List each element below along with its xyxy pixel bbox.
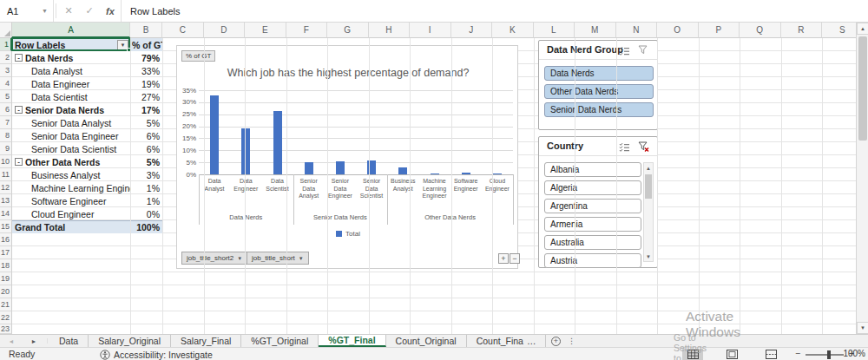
- pivot-row-value[interactable]: 33%: [130, 64, 162, 77]
- slicer-scroll-thumb[interactable]: [645, 174, 652, 199]
- chart-bar[interactable]: [493, 173, 502, 174]
- enter-icon[interactable]: ✓: [79, 0, 100, 22]
- pivot-row-label[interactable]: -Data Nerds: [12, 51, 130, 64]
- pivot-row-label[interactable]: Senior Data Scientist: [12, 142, 130, 155]
- tab-scroll-left-icon[interactable]: ◄: [0, 335, 23, 347]
- row-header-17[interactable]: 17: [0, 246, 12, 259]
- pivot-row-label[interactable]: Software Engineer: [12, 194, 130, 207]
- tab-scroll-right-icon[interactable]: ►: [23, 335, 45, 347]
- axis-field-button-1[interactable]: job_title_short2▼: [181, 252, 247, 265]
- pivot-row-label[interactable]: Grand Total: [12, 220, 130, 233]
- insert-function-icon[interactable]: fx: [100, 0, 121, 22]
- row-header-21[interactable]: 21: [0, 298, 12, 311]
- column-header-R[interactable]: R: [781, 23, 823, 38]
- slicer-item[interactable]: Algeria: [544, 180, 641, 195]
- expand-chart-button[interactable]: +: [498, 253, 509, 264]
- pivot-row-value[interactable]: 0%: [130, 207, 162, 220]
- clear-filter-icon[interactable]: [636, 44, 650, 56]
- chart-bar[interactable]: [273, 111, 282, 174]
- collapse-chart-button[interactable]: −: [510, 253, 520, 264]
- zoom-slider-handle[interactable]: [827, 350, 831, 359]
- collapse-icon[interactable]: -: [15, 106, 23, 114]
- pivot-chart[interactable]: % of GT Which job has the highest percen…: [176, 45, 518, 269]
- sheet-tab-%gt_original[interactable]: %GT_Original: [241, 335, 319, 347]
- row-header-23[interactable]: 23: [0, 324, 12, 334]
- formula-input[interactable]: Row Labels: [121, 0, 868, 22]
- pivot-header-label[interactable]: Row Labels: [12, 38, 130, 51]
- pivot-row-label[interactable]: Business Analyst: [12, 168, 130, 181]
- chart-bar[interactable]: [431, 173, 439, 174]
- slicer-item[interactable]: Data Nerds: [544, 66, 654, 81]
- select-all-corner[interactable]: [0, 23, 12, 38]
- row-header-2[interactable]: 2: [0, 51, 12, 64]
- sheet-tab-count_fina[interactable]: Count_Fina…: [467, 335, 547, 347]
- row-header-13[interactable]: 13: [0, 194, 12, 207]
- accessibility-button[interactable]: Accessibility: Investigate: [100, 348, 213, 360]
- sheet-tab-salary_final[interactable]: Salary_Final: [171, 335, 241, 347]
- slicer-item[interactable]: Austria: [544, 253, 641, 268]
- row-header-15[interactable]: 15: [0, 220, 12, 233]
- name-box-dropdown-icon[interactable]: ▼: [42, 8, 48, 14]
- column-header-E[interactable]: E: [245, 23, 286, 38]
- column-header-G[interactable]: G: [327, 23, 369, 38]
- chart-bar[interactable]: [305, 162, 313, 174]
- pivot-row-value[interactable]: 5%: [130, 155, 162, 168]
- page-break-view-button[interactable]: [760, 349, 781, 360]
- row-header-5[interactable]: 5: [0, 90, 12, 103]
- page-layout-view-button[interactable]: [721, 349, 742, 360]
- slicer-item[interactable]: Armenia: [544, 217, 641, 232]
- pivot-row-value[interactable]: 19%: [130, 77, 162, 90]
- row-header-7[interactable]: 7: [0, 116, 12, 129]
- slicer-item[interactable]: Other Data Nerds: [544, 84, 654, 99]
- multi-select-icon[interactable]: [617, 141, 631, 153]
- pivot-row-value[interactable]: 5%: [130, 116, 162, 129]
- normal-view-button[interactable]: [682, 349, 703, 360]
- slicer-data-nerd-group[interactable]: Data Nerd GroupData NerdsOther Data Nerd…: [538, 40, 658, 130]
- pivot-row-label[interactable]: Cloud Engineer: [12, 207, 130, 220]
- scroll-down-icon[interactable]: ▼: [644, 252, 653, 261]
- column-header-F[interactable]: F: [286, 23, 328, 38]
- sheet-tab-count_original[interactable]: Count_Original: [386, 335, 467, 347]
- pivot-row-label[interactable]: Data Analyst: [12, 64, 130, 77]
- sheet-tab-data[interactable]: Data: [49, 335, 89, 347]
- column-header-B[interactable]: B: [130, 23, 162, 38]
- scroll-up-icon[interactable]: ▲: [857, 23, 868, 35]
- slicer-item[interactable]: Argentina: [544, 199, 641, 213]
- collapse-icon[interactable]: -: [15, 54, 23, 62]
- chart-bar[interactable]: [210, 95, 219, 174]
- vertical-scrollbar[interactable]: ▲ ▼: [856, 23, 868, 334]
- pivot-row-value[interactable]: 1%: [130, 194, 162, 207]
- slicer-item[interactable]: Australia: [544, 235, 641, 250]
- chart-bar[interactable]: [241, 128, 250, 174]
- row-header-11[interactable]: 11: [0, 168, 12, 181]
- column-header-L[interactable]: L: [534, 23, 575, 38]
- column-header-M[interactable]: M: [575, 23, 616, 38]
- pivot-row-label[interactable]: -Other Data Nerds: [12, 155, 130, 168]
- row-header-10[interactable]: 10: [0, 155, 12, 168]
- column-header-J[interactable]: J: [451, 23, 493, 38]
- row-header-3[interactable]: 3: [0, 64, 12, 77]
- row-header-18[interactable]: 18: [0, 259, 12, 272]
- clear-filter-icon[interactable]: [636, 141, 650, 153]
- row-header-16[interactable]: 16: [0, 233, 12, 246]
- chart-bar[interactable]: [398, 167, 407, 174]
- pivot-row-value[interactable]: 3%: [130, 168, 162, 181]
- row-header-14[interactable]: 14: [0, 207, 12, 220]
- zoom-slider-track[interactable]: [806, 354, 844, 356]
- collapse-icon[interactable]: -: [15, 158, 23, 166]
- pivot-row-label[interactable]: Data Engineer: [12, 77, 130, 90]
- chart-bar[interactable]: [462, 173, 470, 174]
- axis-field-button-2[interactable]: job_title_short▼: [247, 252, 309, 265]
- pivot-row-value[interactable]: 1%: [130, 181, 162, 194]
- column-header-P[interactable]: P: [699, 23, 740, 38]
- scroll-up-icon[interactable]: ▲: [644, 163, 653, 173]
- column-header-O[interactable]: O: [657, 23, 699, 38]
- pivot-row-label[interactable]: -Senior Data Nerds: [12, 103, 130, 116]
- column-header-N[interactable]: N: [616, 23, 658, 38]
- slicer-scrollbar[interactable]: ▲▼: [643, 162, 654, 262]
- slicer-country[interactable]: CountryAlbaniaAlgeriaArgentinaArmeniaAus…: [538, 136, 658, 268]
- pivot-row-value[interactable]: 6%: [130, 129, 162, 142]
- pivot-row-value[interactable]: 27%: [130, 90, 162, 103]
- pivot-row-label[interactable]: Data Scientist: [12, 90, 130, 103]
- column-header-I[interactable]: I: [410, 23, 451, 38]
